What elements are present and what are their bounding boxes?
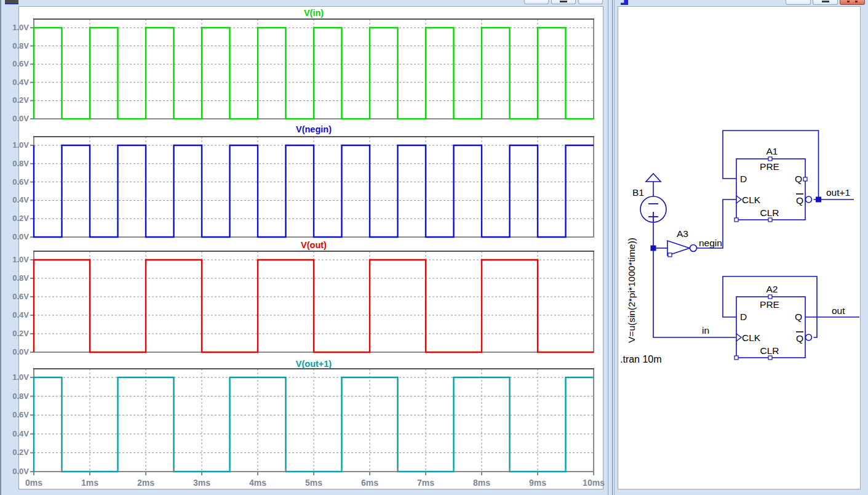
qbar-bubble-icon [806, 334, 812, 340]
x-tick-label: 2ms [137, 478, 154, 488]
pin-label-d: D [740, 174, 747, 184]
pin-label-q: Q [795, 312, 802, 322]
pin-label-clr: CLR [760, 207, 779, 218]
x-tick-label: 4ms [249, 478, 266, 488]
y-tick-label: 1.0V [12, 140, 29, 150]
pin-label-pre: PRE [760, 161, 779, 172]
unconnected-pin-marker [735, 356, 738, 360]
schematic-canvas: B1V=u(sin(2*pi*1000*time))A3negininA1PRE… [613, 0, 868, 495]
x-tick-label: 0ms [25, 478, 42, 488]
y-tick-label: 0.6V [12, 410, 29, 419]
x-tick-label: 3ms [193, 478, 210, 488]
pin-label-clr: CLR [760, 345, 779, 356]
pin-label-clk: CLK [742, 332, 761, 343]
pane-title[interactable]: V(out+1) [296, 359, 332, 369]
pin-label-clk: CLK [742, 195, 761, 205]
y-tick-label: 1.0V [12, 23, 29, 32]
pin-label-qbar: Q [796, 333, 803, 344]
unconnected-pin-marker [768, 157, 772, 161]
unconnected-pin-marker [768, 218, 772, 222]
pane-title[interactable]: V(out) [301, 240, 327, 250]
y-tick-label: 0.0V [12, 347, 29, 356]
pane-title[interactable]: V(in) [304, 8, 324, 18]
x-tick-label: 1ms [81, 478, 98, 488]
y-tick-label: 1.0V [12, 372, 29, 382]
unconnected-pin-marker [735, 218, 738, 222]
waveform-plot-panel: 0.0V0.2V0.4V0.6V0.8V1.0VV(in)0.0V0.2V0.4… [0, 0, 609, 495]
component-ref-a1[interactable]: A1 [766, 146, 778, 156]
net-label-out[interactable]: out [832, 305, 845, 316]
y-tick-label: 0.6V [12, 292, 29, 301]
y-tick-label: 1.0V [12, 255, 29, 264]
y-tick-label: 0.0V [12, 114, 29, 123]
y-tick-label: 0.0V [12, 232, 29, 241]
unconnected-pin-marker [768, 356, 772, 360]
net-label-negin[interactable]: negin [699, 238, 722, 248]
y-tick-label: 0.6V [12, 59, 29, 68]
pin-label-q: Q [795, 174, 802, 184]
unconnected-pin-marker [803, 177, 807, 181]
trace-v-negin- [34, 145, 594, 237]
y-tick-label: 0.2V [12, 214, 29, 223]
pane-title[interactable]: V(negin) [296, 124, 332, 134]
x-tick-label: 9ms [529, 478, 546, 488]
component-ref-a2[interactable]: A2 [766, 284, 778, 294]
y-tick-label: 0.2V [12, 448, 29, 457]
component-ref-b1[interactable]: B1 [632, 187, 644, 198]
unconnected-pin-marker [768, 295, 772, 299]
component-ref-a3[interactable]: A3 [677, 228, 688, 239]
y-tick-label: 0.4V [12, 429, 29, 438]
net-label-out-plus-1[interactable]: out+1 [826, 187, 850, 198]
x-tick-label: 5ms [305, 478, 322, 488]
pin-label-qbar: Q [796, 195, 803, 206]
y-tick-label: 0.2V [12, 95, 29, 105]
y-tick-label: 0.8V [12, 159, 29, 168]
unconnected-pin-marker [668, 253, 672, 257]
y-tick-label: 0.8V [12, 392, 29, 401]
y-tick-label: 0.4V [12, 78, 29, 87]
y-tick-label: 0.8V [12, 41, 29, 50]
x-tick-label: 10ms [583, 478, 605, 488]
spice-directive-tran[interactable]: .tran 10m [620, 354, 662, 364]
net-label-in[interactable]: in [702, 325, 709, 336]
ltspice-app: 0.0V0.2V0.4V0.6V0.8V1.0VV(in)0.0V0.2V0.4… [0, 0, 868, 495]
y-tick-label: 0.8V [12, 273, 29, 283]
wire-junction [651, 246, 656, 251]
inverter-bubble-icon [690, 245, 697, 252]
x-tick-label: 6ms [361, 478, 378, 488]
y-tick-label: 0.4V [12, 310, 29, 320]
trace-v-in- [34, 28, 594, 119]
pin-label-d: D [740, 312, 747, 322]
y-tick-label: 0.6V [12, 177, 29, 187]
qbar-bubble-icon [806, 196, 812, 203]
pin-label-pre: PRE [760, 299, 779, 310]
y-tick-label: 0.4V [12, 195, 29, 204]
y-tick-label: 0.0V [12, 467, 29, 476]
x-tick-label: 8ms [473, 478, 490, 488]
y-tick-label: 0.2V [12, 329, 29, 338]
source-value-text[interactable]: V=u(sin(2*pi*1000*time)) [626, 238, 637, 343]
x-tick-label: 7ms [417, 478, 434, 488]
